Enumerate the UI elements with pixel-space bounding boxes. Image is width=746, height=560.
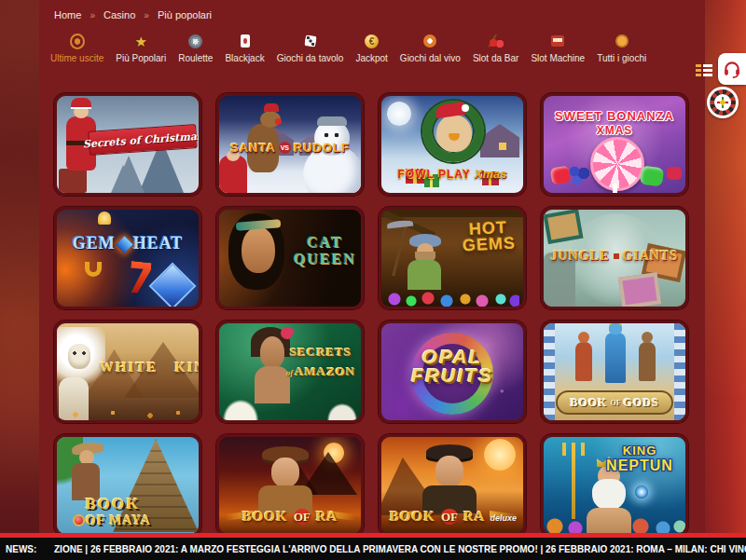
- news-label: NEWS:: [6, 544, 54, 554]
- roulette-hub-icon: [714, 94, 731, 111]
- dice-icon: [303, 34, 318, 48]
- game-tile-cat-queen[interactable]: CAT QUEEN: [216, 207, 364, 309]
- breadcrumb: Home » Casino » Più popolari: [54, 9, 212, 20]
- game-tile-jungle-giants[interactable]: JUNGLEGIANTS: [541, 207, 688, 309]
- rudolf-art: [264, 103, 279, 112]
- lion-art: [72, 351, 88, 355]
- god-art: [605, 333, 626, 383]
- gem-icon: [116, 237, 132, 253]
- trident-icon: [572, 452, 575, 519]
- tab-slot-da-bar[interactable]: Slot da Bar: [473, 34, 518, 63]
- game-title: Secrets of Christmas: [82, 130, 201, 150]
- pickaxe-art: [392, 225, 407, 276]
- column-art: [544, 323, 555, 420]
- tab-giochi-da-tavolo[interactable]: Giochi da tavolo: [277, 34, 344, 63]
- bell-art: [98, 212, 111, 225]
- breadcrumb-separator-icon: »: [144, 10, 149, 20]
- category-nav: Ultime uscite ★ Più Popolari Roulette Bl…: [50, 34, 646, 63]
- house-art: [480, 124, 519, 157]
- tab-label: Slot da Bar: [473, 53, 518, 63]
- tab-slot-machine[interactable]: Slot Machine: [531, 34, 585, 63]
- explorer-art: [271, 458, 299, 487]
- lotus-art: [223, 400, 258, 420]
- snowman-art: [322, 132, 342, 139]
- game-tile-hot-gems[interactable]: HOT GEMS: [379, 207, 526, 309]
- sun-art: [484, 439, 516, 471]
- chimney-art: [59, 169, 87, 193]
- game-tile-fowl-play-xmas[interactable]: FOWL PLAYXmas: [379, 93, 526, 196]
- game-tile-sweet-bonanza-xmas[interactable]: SWEET BONANZA XMAS: [541, 93, 688, 196]
- game-tile-gem-heat[interactable]: GEMHEAT: [54, 207, 201, 309]
- tab-blackjack[interactable]: Blackjack: [225, 34, 264, 63]
- neptune-art: [592, 479, 626, 511]
- game-tile-book-of-gods[interactable]: BOOK OF GODS: [541, 321, 688, 423]
- tab-label: Slot Machine: [531, 53, 585, 63]
- magic-orb-art: [635, 485, 648, 499]
- candy-art: [667, 167, 682, 180]
- game-title: JUNGLEGIANTS: [544, 247, 685, 264]
- tab-label: Giochi da tavolo: [277, 53, 344, 63]
- tab-label: Blackjack: [225, 53, 264, 63]
- tab-roulette[interactable]: Roulette: [178, 34, 213, 63]
- title-plaque: BOOK OF GODS: [556, 390, 673, 415]
- mine-beam-art: [381, 210, 523, 217]
- game-tile-book-of-ra[interactable]: BOOKOFRA: [216, 434, 364, 537]
- game-title: SANTAVSRUDOLF: [219, 139, 361, 156]
- game-tile-opal-fruits[interactable]: OPAL FRUITS: [379, 321, 526, 423]
- santa-art: [71, 98, 91, 107]
- tab-piu-popolari[interactable]: ★ Più Popolari: [116, 34, 166, 63]
- tab-label: Più Popolari: [116, 53, 166, 63]
- lotus-art: [327, 403, 357, 420]
- neptune-art: [587, 508, 631, 534]
- embers-art: [57, 407, 199, 420]
- support-button[interactable]: [718, 53, 746, 85]
- tab-tutti-i-giochi[interactable]: Tutti i giochi: [597, 34, 646, 63]
- ruby-icon: [75, 516, 83, 525]
- tab-label: Jackpot: [355, 53, 387, 63]
- seven-art: [128, 261, 151, 294]
- breadcrumb-casino[interactable]: Casino: [104, 9, 135, 20]
- tab-jackpot[interactable]: € Jackpot: [355, 34, 387, 63]
- game-tile-book-of-ra-deluxe[interactable]: BOOKOFRAdeluxe: [379, 434, 526, 537]
- game-title: WHITE KING: [100, 359, 199, 376]
- tab-ultime-uscite[interactable]: Ultime uscite: [50, 34, 104, 63]
- game-tile-white-king[interactable]: WHITE KING: [54, 321, 201, 423]
- tab-label: Tutti i giochi: [597, 53, 646, 63]
- moon-art: [387, 102, 411, 126]
- god-art: [578, 332, 589, 343]
- cherries-icon: [489, 34, 504, 48]
- lion-art: [68, 344, 90, 369]
- list-view-icon[interactable]: [696, 64, 712, 76]
- slot-machine-icon: [550, 34, 565, 48]
- news-ticker: NEWS: ZIONE | 26 FEBBRAIO 2021: A MARZO …: [0, 533, 746, 560]
- game-title: KING NEPTUN: [596, 444, 684, 474]
- game-tile-secrets-of-amazon[interactable]: SECRETS ofAMAZON: [216, 321, 364, 423]
- game-title: SECRETS ofAMAZON: [283, 342, 359, 381]
- god-art: [639, 342, 656, 381]
- game-tile-book-of-maya[interactable]: BOOK OF MAYA: [54, 434, 201, 537]
- horseshoe-art: [85, 262, 102, 277]
- candy-art: [640, 165, 665, 186]
- euro-coin-icon: €: [365, 34, 380, 48]
- lollipop-art: [590, 137, 644, 191]
- gems-art: [385, 290, 519, 307]
- game-title: FOWL PLAYXmas: [381, 165, 523, 182]
- breadcrumb-home[interactable]: Home: [54, 9, 81, 20]
- tab-giochi-dal-vivo[interactable]: Giochi dal vivo: [400, 34, 461, 63]
- column-art: [674, 323, 685, 420]
- game-tile-secrets-of-christmas[interactable]: Secrets of Christmas: [54, 93, 201, 196]
- god-art: [642, 332, 653, 343]
- game-title: GEMHEAT: [57, 234, 199, 253]
- live-games-icon: [422, 34, 437, 48]
- rudolf-art: [275, 118, 282, 125]
- background-art-left: [0, 0, 39, 560]
- santa-art: [74, 105, 89, 118]
- game-title: BOOKOFRA: [219, 508, 361, 525]
- live-roulette-button[interactable]: [707, 87, 739, 118]
- games-grid: Secrets of Christmas SANTAVSRUDOLF FOWL: [54, 93, 690, 537]
- game-title: CAT QUEEN: [288, 234, 361, 268]
- god-art: [575, 342, 592, 381]
- game-tile-santa-vs-rudolf[interactable]: SANTAVSRUDOLF: [216, 93, 364, 196]
- queen-art: [242, 226, 275, 273]
- game-tile-king-neptun[interactable]: KING NEPTUN: [541, 434, 688, 537]
